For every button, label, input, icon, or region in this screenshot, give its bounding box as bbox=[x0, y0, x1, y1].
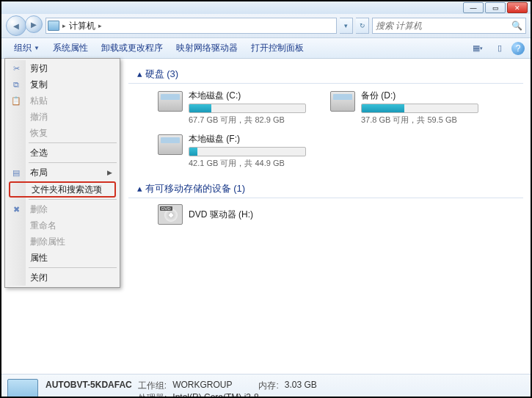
drive-label: 本地磁盘 (F:) bbox=[189, 133, 316, 145]
help-button[interactable]: ? bbox=[511, 42, 525, 55]
organize-button[interactable]: 组织▼ bbox=[7, 39, 46, 57]
cut-icon: ✂ bbox=[11, 63, 21, 73]
menu-delete: ✖删除 bbox=[7, 201, 118, 217]
workgroup-label: 工作组: bbox=[138, 380, 167, 392]
removable-section-header[interactable]: ▴ 有可移动存储的设备 (1) bbox=[137, 182, 523, 195]
menu-rename: 重命名 bbox=[7, 217, 118, 234]
drive-label: DVD 驱动器 (H:) bbox=[189, 209, 253, 221]
drive-stats: 42.1 GB 可用，共 44.9 GB bbox=[189, 158, 316, 169]
delete-icon: ✖ bbox=[11, 204, 21, 214]
workgroup-value: WORKGROUP bbox=[172, 380, 232, 392]
menu-folder-options[interactable]: 文件夹和搜索选项 bbox=[9, 181, 116, 198]
search-input[interactable] bbox=[376, 21, 509, 31]
menu-redo: 恢复 bbox=[7, 125, 118, 141]
maximize-button[interactable]: ▭ bbox=[485, 2, 506, 13]
menu-cut[interactable]: ✂剪切 bbox=[7, 60, 118, 76]
main-panel: ▴ 硬盘 (3) 本地磁盘 (C:) 67.7 GB 可用，共 82.9 GB … bbox=[121, 59, 531, 374]
menu-properties[interactable]: 属性 bbox=[7, 250, 118, 266]
dvd-drive[interactable]: DVD DVD 驱动器 (H:) bbox=[158, 204, 523, 225]
menu-remove-props: 删除属性 bbox=[7, 234, 118, 250]
copy-icon: ⧉ bbox=[11, 79, 21, 90]
organize-menu: ✂剪切 ⧉复制 📋粘贴 撤消 恢复 全选 ▤布局▶ 文件夹和搜索选项 ✖删除 重… bbox=[4, 58, 120, 288]
menu-layout[interactable]: ▤布局▶ bbox=[7, 164, 118, 181]
hdd-icon bbox=[330, 91, 355, 112]
uninstall-button[interactable]: 卸载或更改程序 bbox=[95, 39, 170, 57]
refresh-button[interactable]: ↻ bbox=[356, 18, 369, 34]
computer-icon bbox=[48, 21, 59, 31]
usage-bar bbox=[189, 104, 306, 113]
address-dropdown-button[interactable]: ▾ bbox=[340, 18, 353, 34]
computer-large-icon bbox=[7, 379, 38, 399]
dvd-icon: DVD bbox=[158, 204, 183, 225]
menu-undo: 撤消 bbox=[7, 109, 118, 125]
layout-icon: ▤ bbox=[11, 167, 21, 178]
hdd-icon bbox=[158, 91, 183, 112]
drive-d[interactable]: 备份 (D:) 37.8 GB 可用，共 59.5 GB bbox=[330, 90, 488, 126]
cpu-value: Intel(R) Core(TM) i3-8... bbox=[172, 392, 266, 399]
menu-select-all[interactable]: 全选 bbox=[7, 145, 118, 161]
memory-label: 内存: bbox=[258, 380, 278, 392]
close-button[interactable]: ✕ bbox=[507, 2, 528, 13]
drive-stats: 37.8 GB 可用，共 59.5 GB bbox=[361, 115, 488, 126]
forward-button[interactable]: ► bbox=[25, 15, 43, 33]
drive-stats: 67.7 GB 可用，共 82.9 GB bbox=[189, 115, 316, 126]
computer-name: AUTOBVT-5KDAFAC bbox=[45, 380, 132, 392]
menu-paste: 📋粘贴 bbox=[7, 93, 118, 109]
window-titlebar: — ▭ ✕ bbox=[1, 1, 531, 14]
drive-label: 备份 (D:) bbox=[361, 90, 488, 102]
submenu-arrow-icon: ▶ bbox=[107, 169, 112, 176]
minimize-button[interactable]: — bbox=[463, 2, 484, 13]
hdd-section-header[interactable]: ▴ 硬盘 (3) bbox=[137, 68, 523, 81]
drive-c[interactable]: 本地磁盘 (C:) 67.7 GB 可用，共 82.9 GB bbox=[158, 90, 316, 126]
address-bar[interactable]: ▸ 计算机 ▸ bbox=[45, 18, 337, 34]
nav-bar: ◄ ► ▸ 计算机 ▸ ▾ ↻ 🔍 bbox=[1, 14, 531, 38]
system-properties-button[interactable]: 系统属性 bbox=[46, 39, 95, 57]
breadcrumb-arrow: ▸ bbox=[62, 22, 66, 29]
control-panel-button[interactable]: 打开控制面板 bbox=[244, 39, 310, 57]
drive-label: 本地磁盘 (C:) bbox=[189, 90, 316, 102]
memory-value: 3.03 GB bbox=[285, 380, 317, 392]
search-icon: 🔍 bbox=[511, 21, 522, 31]
paste-icon: 📋 bbox=[11, 95, 21, 106]
menu-copy[interactable]: ⧉复制 bbox=[7, 76, 118, 93]
breadcrumb-arrow: ▸ bbox=[98, 22, 102, 29]
preview-pane-button[interactable]: ▯ bbox=[489, 40, 510, 57]
drive-f[interactable]: 本地磁盘 (F:) 42.1 GB 可用，共 44.9 GB bbox=[158, 133, 316, 169]
view-mode-button[interactable]: ▦▾ bbox=[467, 40, 488, 57]
cpu-label: 处理器: bbox=[138, 392, 167, 399]
content-area: ▴ 硬盘 (3) 本地磁盘 (C:) 67.7 GB 可用，共 82.9 GB … bbox=[1, 59, 531, 374]
menu-close[interactable]: 关闭 bbox=[7, 269, 118, 286]
search-box[interactable]: 🔍 bbox=[372, 18, 526, 34]
usage-bar bbox=[361, 104, 478, 113]
back-button[interactable]: ◄ bbox=[6, 15, 26, 36]
breadcrumb-root[interactable]: 计算机 bbox=[69, 20, 95, 32]
command-bar: 组织▼ 系统属性 卸载或更改程序 映射网络驱动器 打开控制面板 ▦▾ ▯ ? bbox=[1, 38, 531, 59]
details-pane: AUTOBVT-5KDAFAC 工作组: WORKGROUP 内存: 3.03 … bbox=[1, 374, 531, 398]
usage-bar bbox=[189, 147, 306, 156]
hdd-icon bbox=[158, 134, 183, 155]
map-drive-button[interactable]: 映射网络驱动器 bbox=[170, 39, 244, 57]
